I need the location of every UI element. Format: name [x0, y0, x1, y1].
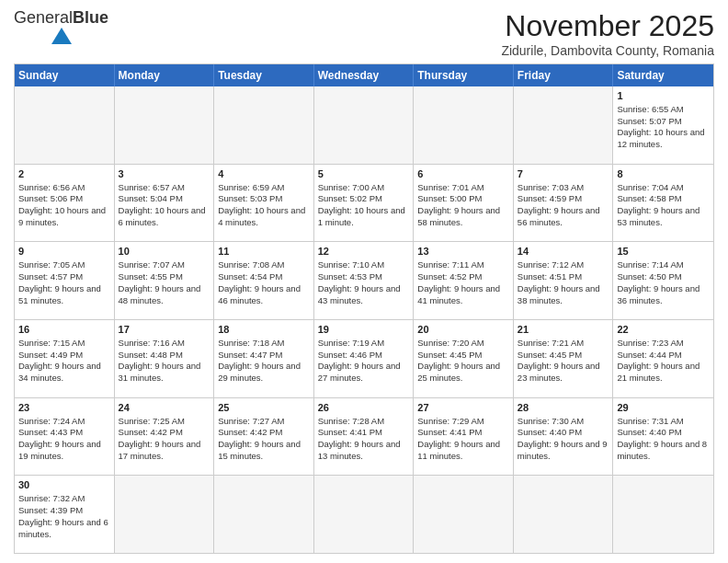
- day-info: Sunrise: 7:15 AM Sunset: 4:49 PM Dayligh…: [18, 338, 101, 383]
- day-info: Sunrise: 7:16 AM Sunset: 4:48 PM Dayligh…: [119, 338, 201, 383]
- day-info: Sunrise: 7:19 AM Sunset: 4:46 PM Dayligh…: [318, 338, 401, 383]
- day-number: 15: [617, 245, 710, 259]
- day-number: 24: [119, 401, 210, 415]
- calendar-week-6: 30Sunrise: 7:32 AM Sunset: 4:39 PM Dayli…: [15, 476, 713, 553]
- calendar-cell: [15, 86, 115, 164]
- calendar-cell: 7Sunrise: 7:03 AM Sunset: 4:59 PM Daylig…: [514, 165, 614, 242]
- day-number: 5: [318, 167, 410, 181]
- calendar-cell: 9Sunrise: 7:05 AM Sunset: 4:57 PM Daylig…: [15, 242, 115, 319]
- calendar-cell: [115, 476, 215, 553]
- day-number: 11: [218, 245, 310, 259]
- day-info: Sunrise: 7:03 AM Sunset: 4:59 PM Dayligh…: [518, 182, 600, 227]
- day-header-saturday: Saturday: [613, 64, 713, 86]
- calendar-body: 1Sunrise: 6:55 AM Sunset: 5:07 PM Daylig…: [15, 86, 713, 553]
- calendar-cell: 5Sunrise: 7:00 AM Sunset: 5:02 PM Daylig…: [314, 165, 415, 242]
- logo-triangle-icon: [51, 28, 72, 44]
- day-number: 23: [18, 401, 110, 415]
- day-info: Sunrise: 7:25 AM Sunset: 4:42 PM Dayligh…: [119, 416, 201, 461]
- logo: GeneralBlue: [14, 9, 108, 44]
- day-number: 10: [119, 245, 210, 259]
- day-number: 13: [417, 245, 509, 259]
- month-title: November 2025: [501, 9, 714, 43]
- day-info: Sunrise: 7:07 AM Sunset: 4:55 PM Dayligh…: [119, 259, 201, 304]
- day-number: 16: [18, 323, 110, 337]
- calendar-cell: 10Sunrise: 7:07 AM Sunset: 4:55 PM Dayli…: [115, 242, 215, 319]
- day-info: Sunrise: 7:10 AM Sunset: 4:53 PM Dayligh…: [318, 259, 401, 304]
- calendar-cell: 22Sunrise: 7:23 AM Sunset: 4:44 PM Dayli…: [613, 320, 713, 397]
- day-number: 4: [218, 167, 310, 181]
- calendar-cell: [214, 476, 314, 553]
- calendar-cell: 16Sunrise: 7:15 AM Sunset: 4:49 PM Dayli…: [15, 320, 115, 397]
- day-info: Sunrise: 7:20 AM Sunset: 4:45 PM Dayligh…: [417, 338, 500, 383]
- day-header-tuesday: Tuesday: [214, 64, 314, 86]
- calendar-header-row: SundayMondayTuesdayWednesdayThursdayFrid…: [15, 64, 713, 86]
- day-info: Sunrise: 7:27 AM Sunset: 4:42 PM Dayligh…: [218, 416, 301, 461]
- calendar-cell: 15Sunrise: 7:14 AM Sunset: 4:50 PM Dayli…: [613, 242, 713, 319]
- day-number: 17: [119, 323, 210, 337]
- day-info: Sunrise: 7:29 AM Sunset: 4:41 PM Dayligh…: [417, 416, 500, 461]
- day-info: Sunrise: 7:18 AM Sunset: 4:47 PM Dayligh…: [218, 338, 301, 383]
- day-number: 2: [18, 167, 110, 181]
- calendar-cell: 8Sunrise: 7:04 AM Sunset: 4:58 PM Daylig…: [613, 165, 713, 242]
- calendar-cell: 14Sunrise: 7:12 AM Sunset: 4:51 PM Dayli…: [514, 242, 614, 319]
- calendar-cell: 24Sunrise: 7:25 AM Sunset: 4:42 PM Dayli…: [115, 398, 215, 476]
- calendar-cell: 18Sunrise: 7:18 AM Sunset: 4:47 PM Dayli…: [214, 320, 314, 397]
- day-number: 7: [518, 167, 609, 181]
- day-number: 9: [18, 245, 110, 259]
- day-number: 6: [417, 167, 509, 181]
- day-header-wednesday: Wednesday: [314, 64, 415, 86]
- calendar-week-4: 16Sunrise: 7:15 AM Sunset: 4:49 PM Dayli…: [15, 320, 713, 398]
- day-number: 20: [417, 323, 509, 337]
- calendar-cell: 25Sunrise: 7:27 AM Sunset: 4:42 PM Dayli…: [214, 398, 314, 476]
- logo-blue: Blue: [73, 8, 108, 27]
- day-header-friday: Friday: [514, 64, 614, 86]
- calendar-cell: 2Sunrise: 6:56 AM Sunset: 5:06 PM Daylig…: [15, 165, 115, 242]
- calendar-cell: [414, 86, 514, 164]
- day-number: 18: [218, 323, 310, 337]
- calendar-cell: 23Sunrise: 7:24 AM Sunset: 4:43 PM Dayli…: [15, 398, 115, 476]
- day-number: 29: [617, 401, 710, 415]
- day-info: Sunrise: 7:12 AM Sunset: 4:51 PM Dayligh…: [518, 259, 600, 304]
- logo-general: General: [14, 8, 73, 27]
- calendar-cell: 19Sunrise: 7:19 AM Sunset: 4:46 PM Dayli…: [314, 320, 415, 397]
- calendar-cell: 13Sunrise: 7:11 AM Sunset: 4:52 PM Dayli…: [414, 242, 514, 319]
- calendar-cell: [613, 476, 713, 553]
- day-number: 30: [18, 478, 110, 492]
- day-header-monday: Monday: [115, 64, 215, 86]
- calendar-week-2: 2Sunrise: 6:56 AM Sunset: 5:06 PM Daylig…: [15, 165, 713, 243]
- day-number: 19: [318, 323, 410, 337]
- day-info: Sunrise: 6:59 AM Sunset: 5:03 PM Dayligh…: [218, 182, 305, 227]
- calendar-cell: 21Sunrise: 7:21 AM Sunset: 4:45 PM Dayli…: [514, 320, 614, 397]
- day-number: 28: [518, 401, 609, 415]
- calendar-cell: 6Sunrise: 7:01 AM Sunset: 5:00 PM Daylig…: [414, 165, 514, 242]
- calendar-cell: [514, 476, 614, 553]
- day-number: 8: [617, 167, 710, 181]
- calendar-cell: 20Sunrise: 7:20 AM Sunset: 4:45 PM Dayli…: [414, 320, 514, 397]
- calendar-cell: [314, 476, 415, 553]
- calendar-cell: [115, 86, 215, 164]
- calendar-cell: 29Sunrise: 7:31 AM Sunset: 4:40 PM Dayli…: [613, 398, 713, 476]
- calendar-cell: [214, 86, 314, 164]
- calendar-cell: 11Sunrise: 7:08 AM Sunset: 4:54 PM Dayli…: [214, 242, 314, 319]
- calendar-cell: 17Sunrise: 7:16 AM Sunset: 4:48 PM Dayli…: [115, 320, 215, 397]
- day-info: Sunrise: 7:21 AM Sunset: 4:45 PM Dayligh…: [518, 338, 600, 383]
- day-header-thursday: Thursday: [414, 64, 514, 86]
- title-block: November 2025 Zidurile, Dambovita County…: [501, 9, 714, 58]
- day-info: Sunrise: 7:24 AM Sunset: 4:43 PM Dayligh…: [18, 416, 101, 461]
- calendar-cell: 28Sunrise: 7:30 AM Sunset: 4:40 PM Dayli…: [514, 398, 614, 476]
- calendar-cell: 3Sunrise: 6:57 AM Sunset: 5:04 PM Daylig…: [115, 165, 215, 242]
- day-number: 3: [119, 167, 210, 181]
- day-info: Sunrise: 7:30 AM Sunset: 4:40 PM Dayligh…: [518, 416, 608, 461]
- calendar-cell: [414, 476, 514, 553]
- day-info: Sunrise: 7:31 AM Sunset: 4:40 PM Dayligh…: [617, 416, 707, 461]
- calendar-cell: 4Sunrise: 6:59 AM Sunset: 5:03 PM Daylig…: [214, 165, 314, 242]
- day-info: Sunrise: 7:00 AM Sunset: 5:02 PM Dayligh…: [318, 182, 405, 227]
- day-info: Sunrise: 7:01 AM Sunset: 5:00 PM Dayligh…: [417, 182, 500, 227]
- day-info: Sunrise: 6:55 AM Sunset: 5:07 PM Dayligh…: [617, 104, 704, 149]
- day-info: Sunrise: 7:28 AM Sunset: 4:41 PM Dayligh…: [318, 416, 401, 461]
- day-info: Sunrise: 6:57 AM Sunset: 5:04 PM Dayligh…: [119, 182, 206, 227]
- calendar-cell: 26Sunrise: 7:28 AM Sunset: 4:41 PM Dayli…: [314, 398, 415, 476]
- day-info: Sunrise: 7:11 AM Sunset: 4:52 PM Dayligh…: [417, 259, 500, 304]
- day-number: 12: [318, 245, 410, 259]
- calendar-week-5: 23Sunrise: 7:24 AM Sunset: 4:43 PM Dayli…: [15, 398, 713, 477]
